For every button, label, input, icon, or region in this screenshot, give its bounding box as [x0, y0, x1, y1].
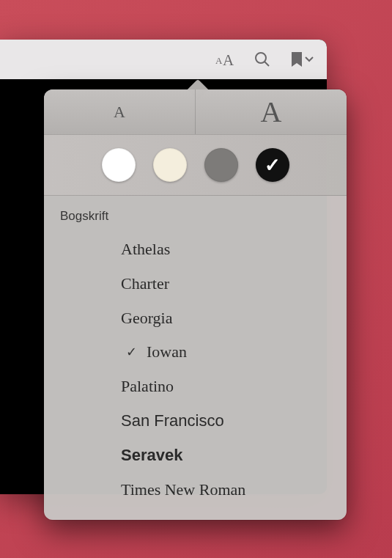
font-item-charter[interactable]: Charter	[44, 267, 347, 301]
font-item-san-francisco[interactable]: San Francisco	[44, 404, 347, 438]
decrease-text-label: A	[114, 103, 125, 122]
theme-swatch-sepia[interactable]	[153, 148, 187, 182]
font-label: Athelas	[121, 238, 170, 261]
svg-point-2	[256, 53, 266, 63]
font-label: Seravek	[121, 444, 182, 467]
text-size-row: A A	[44, 89, 347, 135]
bookmark-icon[interactable]	[289, 51, 314, 68]
font-item-georgia[interactable]: Georgia	[44, 301, 347, 336]
increase-text-label: A	[261, 95, 282, 129]
theme-swatch-gray[interactable]	[204, 148, 238, 182]
font-label: Times New Roman	[121, 479, 245, 502]
theme-swatch-white[interactable]	[102, 148, 136, 182]
theme-swatch-black[interactable]	[256, 148, 289, 182]
font-label: Palatino	[121, 375, 174, 398]
decrease-text-size-button[interactable]: A	[44, 89, 196, 134]
svg-text:A: A	[215, 55, 223, 66]
font-item-palatino[interactable]: Palatino	[44, 370, 347, 404]
font-item-athelas[interactable]: Athelas	[44, 232, 347, 267]
font-header: Bogskrift	[44, 206, 347, 232]
font-item-seravek[interactable]: Seravek	[44, 438, 347, 473]
font-item-iowan[interactable]: ✓Iowan	[44, 335, 347, 370]
appearance-popover: A A Bogskrift AthelasCharterGeorgia✓Iowa…	[44, 89, 347, 520]
font-label: Georgia	[121, 307, 172, 330]
titlebar: A A	[0, 40, 327, 79]
appearance-icon[interactable]: A A	[212, 51, 236, 68]
search-icon[interactable]	[254, 51, 271, 68]
font-label: San Francisco	[121, 410, 224, 433]
font-section: Bogskrift AthelasCharterGeorgia✓IowanPal…	[44, 196, 347, 520]
font-label: Charter	[121, 273, 169, 295]
font-item-times-new-roman[interactable]: Times New Roman	[44, 473, 347, 507]
increase-text-size-button[interactable]: A	[196, 89, 347, 134]
font-label: Iowan	[147, 341, 187, 364]
svg-line-3	[265, 62, 269, 66]
theme-row	[44, 135, 347, 196]
svg-text:A: A	[223, 51, 234, 68]
checkmark-icon: ✓	[126, 343, 137, 361]
font-list: AthelasCharterGeorgia✓IowanPalatinoSan F…	[44, 232, 347, 507]
